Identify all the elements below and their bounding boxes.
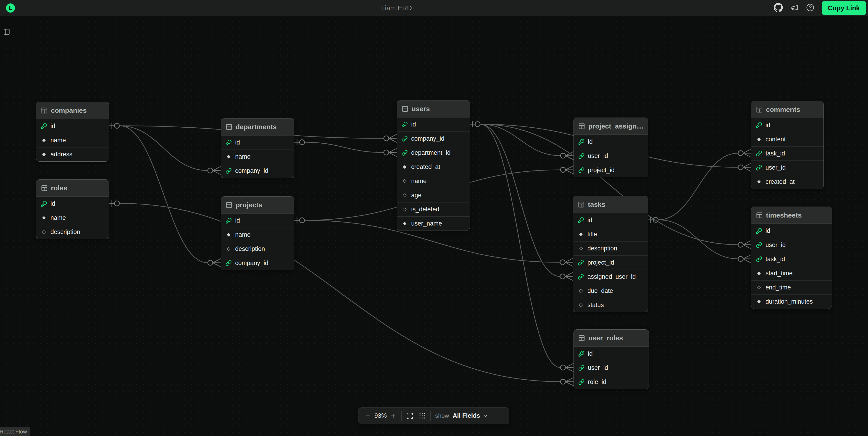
field-timesheets-duration_minutes[interactable]: duration_minutes	[751, 294, 832, 309]
primary-key-icon	[756, 228, 762, 234]
field-roles-name[interactable]: name	[36, 211, 109, 225]
table-name: projects	[236, 201, 262, 209]
fields-filter-dropdown[interactable]: All Fields	[453, 412, 488, 419]
field-departments-company_id[interactable]: company_id	[221, 164, 294, 178]
table-companies[interactable]: companiesidnameaddress	[36, 102, 109, 162]
field-name: description	[235, 245, 265, 252]
zoom-toolbar: 93% show All Fields	[358, 407, 509, 424]
field-name: assigned_user_id	[587, 273, 636, 280]
table-roles[interactable]: rolesidnamedescription	[36, 180, 109, 239]
table-header[interactable]: roles	[36, 180, 109, 196]
field-users-id[interactable]: id	[397, 117, 470, 131]
tidy-up-button[interactable]	[418, 412, 426, 419]
field-projects-company_id[interactable]: company_id	[221, 256, 294, 270]
table-header[interactable]: users	[397, 100, 470, 117]
foreign-key-icon	[578, 274, 584, 280]
field-users-department_id[interactable]: department_id	[397, 146, 470, 160]
field-comments-id[interactable]: id	[751, 118, 824, 132]
table-header[interactable]: projects	[221, 196, 294, 213]
table-user_roles[interactable]: user_rolesiduser_idrole_id	[574, 330, 649, 389]
field-comments-created_at[interactable]: created_at	[751, 175, 824, 189]
panel-left-icon	[3, 32, 10, 36]
field-companies-address[interactable]: address	[36, 147, 109, 161]
field-departments-name[interactable]: name	[221, 150, 294, 164]
table-comments[interactable]: commentsidcontenttask_iduser_idcreated_a…	[751, 101, 824, 189]
table-header[interactable]: tasks	[573, 196, 648, 213]
foreign-key-icon	[402, 135, 408, 142]
fit-view-button[interactable]	[406, 412, 413, 419]
table-header[interactable]: companies	[36, 102, 109, 119]
field-roles-id[interactable]: id	[36, 196, 109, 211]
github-button[interactable]	[774, 3, 783, 12]
table-project_assignments[interactable]: project_assignmentsiduser_idproject_id	[574, 118, 648, 177]
field-project_assignments-project_id[interactable]: project_id	[574, 163, 648, 177]
table-projects[interactable]: projectsidnamedescriptioncompany_id	[221, 196, 294, 270]
field-tasks-id[interactable]: id	[573, 213, 648, 227]
sidebar-toggle-button[interactable]	[3, 28, 11, 36]
table-tasks[interactable]: tasksidtitledescriptionproject_idassigne…	[573, 196, 648, 312]
field-departments-id[interactable]: id	[221, 135, 294, 150]
nullable-icon	[578, 302, 584, 308]
table-icon	[41, 185, 48, 191]
table-timesheets[interactable]: timesheetsiduser_idtask_idstart_timeend_…	[751, 207, 832, 309]
table-header[interactable]: user_roles	[574, 330, 649, 346]
primary-key-icon	[41, 201, 47, 207]
erd-canvas[interactable]: companiesidnameaddressrolesidnamedescrip…	[0, 16, 868, 436]
not-null-icon	[402, 220, 408, 227]
field-timesheets-start_time[interactable]: start_time	[751, 266, 832, 280]
field-companies-name[interactable]: name	[36, 133, 109, 147]
field-name: user_id	[766, 164, 786, 171]
field-timesheets-task_id[interactable]: task_id	[751, 252, 832, 266]
feedback-button[interactable]	[790, 3, 799, 12]
primary-key-icon	[578, 351, 584, 357]
field-users-created_at[interactable]: created_at	[397, 160, 470, 174]
zoom-out-button[interactable]	[364, 412, 372, 419]
field-companies-id[interactable]: id	[36, 119, 109, 133]
not-null-icon	[756, 299, 762, 305]
react-flow-attribution[interactable]: React Flow	[0, 427, 30, 436]
field-projects-id[interactable]: id	[221, 213, 294, 227]
field-users-is_deleted[interactable]: is_deleted	[397, 202, 470, 216]
table-header[interactable]: project_assignments	[574, 118, 648, 135]
table-header[interactable]: timesheets	[751, 207, 832, 224]
field-comments-content[interactable]: content	[751, 132, 824, 146]
help-button[interactable]	[806, 3, 815, 12]
not-null-icon	[402, 164, 408, 170]
field-tasks-project_id[interactable]: project_id	[573, 255, 648, 270]
field-tasks-description[interactable]: description	[573, 241, 648, 255]
field-projects-name[interactable]: name	[221, 227, 294, 242]
table-departments[interactable]: departmentsidnamecompany_id	[221, 118, 294, 178]
zoom-in-button[interactable]	[390, 412, 397, 419]
field-timesheets-id[interactable]: id	[751, 224, 832, 238]
table-header[interactable]: comments	[751, 101, 824, 118]
field-users-name[interactable]: name	[397, 174, 470, 188]
field-user_roles-role_id[interactable]: role_id	[574, 375, 649, 389]
table-users[interactable]: usersidcompany_iddepartment_idcreated_at…	[397, 100, 470, 231]
field-tasks-assigned_user_id[interactable]: assigned_user_id	[573, 270, 648, 284]
field-tasks-status[interactable]: status	[573, 298, 648, 312]
field-timesheets-user_id[interactable]: user_id	[751, 238, 832, 252]
foreign-key-icon	[756, 242, 762, 248]
field-roles-description[interactable]: description	[36, 225, 109, 239]
nullable-icon	[578, 288, 584, 294]
field-name: created_at	[411, 163, 440, 170]
field-tasks-due_date[interactable]: due_date	[573, 284, 648, 298]
field-user_roles-user_id[interactable]: user_id	[574, 361, 649, 375]
field-project_assignments-user_id[interactable]: user_id	[574, 149, 648, 163]
field-users-user_name[interactable]: user_name	[397, 216, 470, 230]
field-name: company_id	[411, 135, 444, 142]
copy-link-button[interactable]: Copy Link	[822, 1, 866, 15]
liam-logo[interactable]: L	[6, 3, 15, 12]
table-header[interactable]: departments	[221, 119, 294, 135]
field-users-company_id[interactable]: company_id	[397, 131, 470, 146]
field-users-age[interactable]: age	[397, 188, 470, 202]
field-user_roles-id[interactable]: id	[574, 346, 649, 361]
field-comments-task_id[interactable]: task_id	[751, 146, 824, 160]
field-comments-user_id[interactable]: user_id	[751, 160, 824, 175]
field-projects-description[interactable]: description	[221, 242, 294, 256]
field-project_assignments-id[interactable]: id	[574, 135, 648, 149]
table-name: timesheets	[766, 211, 802, 219]
field-tasks-title[interactable]: title	[573, 227, 648, 241]
field-timesheets-end_time[interactable]: end_time	[751, 280, 832, 294]
field-name: name	[411, 178, 427, 185]
